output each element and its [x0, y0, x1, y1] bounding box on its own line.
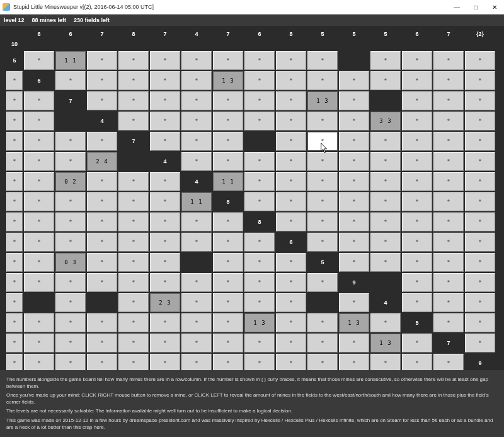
unrevealed-cell[interactable]: * [55, 152, 86, 171]
unrevealed-cell[interactable]: * [24, 51, 54, 70]
unrevealed-cell[interactable]: * [87, 253, 117, 272]
unrevealed-cell[interactable]: * [370, 132, 401, 151]
unrevealed-cell[interactable]: * [24, 313, 54, 332]
unrevealed-cell[interactable]: * [370, 172, 401, 191]
unrevealed-cell[interactable]: * [6, 172, 23, 191]
unrevealed-cell[interactable]: * [244, 233, 275, 252]
unrevealed-cell[interactable]: * [402, 71, 432, 90]
clue-cell[interactable]: 2 3 [150, 293, 180, 312]
unrevealed-cell[interactable]: * [118, 273, 149, 292]
hovered-cell[interactable]: * [307, 132, 338, 151]
unrevealed-cell[interactable]: * [118, 253, 149, 272]
clue-cell[interactable]: 1 3 [307, 91, 338, 110]
unrevealed-cell[interactable]: * [150, 253, 180, 272]
unrevealed-cell[interactable]: * [24, 334, 54, 353]
unrevealed-cell[interactable]: * [213, 253, 243, 272]
unrevealed-cell[interactable]: * [6, 273, 23, 292]
unrevealed-cell[interactable]: * [118, 71, 149, 90]
unrevealed-cell[interactable]: * [276, 172, 306, 191]
unrevealed-cell[interactable]: * [244, 334, 275, 353]
unrevealed-cell[interactable]: * [370, 71, 401, 90]
unrevealed-cell[interactable]: * [433, 253, 464, 272]
unrevealed-cell[interactable]: * [402, 334, 432, 353]
unrevealed-cell[interactable]: * [244, 112, 275, 131]
unrevealed-cell[interactable]: * [433, 192, 464, 211]
unrevealed-cell[interactable]: * [307, 334, 338, 353]
unrevealed-cell[interactable]: * [213, 313, 243, 332]
unrevealed-cell[interactable]: * [24, 213, 54, 231]
unrevealed-cell[interactable]: * [465, 334, 495, 353]
unrevealed-cell[interactable]: * [150, 233, 180, 252]
clue-cell[interactable]: 3 3 [370, 112, 401, 131]
unrevealed-cell[interactable]: * [213, 293, 243, 312]
unrevealed-cell[interactable]: * [6, 253, 23, 272]
unrevealed-cell[interactable]: * [181, 273, 212, 292]
unrevealed-cell[interactable]: * [339, 112, 369, 131]
unrevealed-cell[interactable]: * [87, 233, 117, 252]
unrevealed-cell[interactable]: * [465, 192, 495, 211]
unrevealed-cell[interactable]: * [370, 51, 401, 70]
unrevealed-cell[interactable]: * [87, 334, 117, 353]
unrevealed-cell[interactable]: * [244, 152, 275, 171]
unrevealed-cell[interactable]: * [181, 233, 212, 252]
unrevealed-cell[interactable]: * [213, 91, 243, 110]
unrevealed-cell[interactable]: * [6, 334, 23, 353]
unrevealed-cell[interactable]: * [118, 172, 149, 191]
unrevealed-cell[interactable]: * [276, 213, 306, 231]
unrevealed-cell[interactable]: * [24, 233, 54, 252]
unrevealed-cell[interactable]: * [339, 213, 369, 231]
unrevealed-cell[interactable]: * [150, 51, 180, 70]
unrevealed-cell[interactable]: * [433, 132, 464, 151]
unrevealed-cell[interactable]: * [6, 213, 23, 231]
unrevealed-cell[interactable]: * [465, 91, 495, 110]
unrevealed-cell[interactable]: * [433, 51, 464, 70]
unrevealed-cell[interactable]: * [307, 192, 338, 211]
unrevealed-cell[interactable]: * [87, 132, 117, 151]
unrevealed-cell[interactable]: * [339, 91, 369, 110]
unrevealed-cell[interactable]: * [213, 213, 243, 231]
unrevealed-cell[interactable]: * [276, 273, 306, 292]
unrevealed-cell[interactable]: * [213, 334, 243, 353]
unrevealed-cell[interactable]: * [181, 313, 212, 332]
unrevealed-cell[interactable]: * [213, 273, 243, 292]
unrevealed-cell[interactable]: * [370, 313, 401, 332]
unrevealed-cell[interactable]: * [181, 132, 212, 151]
unrevealed-cell[interactable]: * [150, 334, 180, 353]
unrevealed-cell[interactable]: * [465, 132, 495, 151]
unrevealed-cell[interactable]: * [181, 334, 212, 353]
unrevealed-cell[interactable]: * [402, 233, 432, 252]
unrevealed-cell[interactable]: * [339, 293, 369, 312]
unrevealed-cell[interactable]: * [433, 273, 464, 292]
unrevealed-cell[interactable]: * [6, 313, 23, 332]
clue-cell[interactable]: 1 1 [213, 172, 243, 191]
unrevealed-cell[interactable]: * [276, 192, 306, 211]
unrevealed-cell[interactable]: * [276, 293, 306, 312]
clue-cell[interactable]: 0 3 [55, 253, 86, 272]
unrevealed-cell[interactable]: * [402, 273, 432, 292]
unrevealed-cell[interactable]: * [402, 172, 432, 191]
unrevealed-cell[interactable]: * [55, 213, 86, 231]
unrevealed-cell[interactable]: * [181, 213, 212, 231]
unrevealed-cell[interactable]: * [307, 273, 338, 292]
unrevealed-cell[interactable]: * [181, 112, 212, 131]
unrevealed-cell[interactable]: * [244, 71, 275, 90]
unrevealed-cell[interactable]: * [402, 213, 432, 231]
unrevealed-cell[interactable]: * [433, 233, 464, 252]
unrevealed-cell[interactable]: * [24, 253, 54, 272]
unrevealed-cell[interactable]: * [55, 233, 86, 252]
unrevealed-cell[interactable]: * [307, 213, 338, 231]
unrevealed-cell[interactable]: * [339, 152, 369, 171]
unrevealed-cell[interactable]: * [55, 334, 86, 353]
unrevealed-cell[interactable]: * [276, 51, 306, 70]
unrevealed-cell[interactable]: * [118, 213, 149, 231]
unrevealed-cell[interactable]: * [307, 152, 338, 171]
unrevealed-cell[interactable]: * [276, 152, 306, 171]
unrevealed-cell[interactable]: * [213, 152, 243, 171]
unrevealed-cell[interactable]: * [213, 233, 243, 252]
clue-cell[interactable]: 1 1 [55, 51, 86, 70]
unrevealed-cell[interactable]: * [55, 71, 86, 90]
unrevealed-cell[interactable]: * [213, 132, 243, 151]
unrevealed-cell[interactable]: * [370, 213, 401, 231]
unrevealed-cell[interactable]: * [433, 293, 464, 312]
clue-cell[interactable]: 1 3 [339, 313, 369, 332]
